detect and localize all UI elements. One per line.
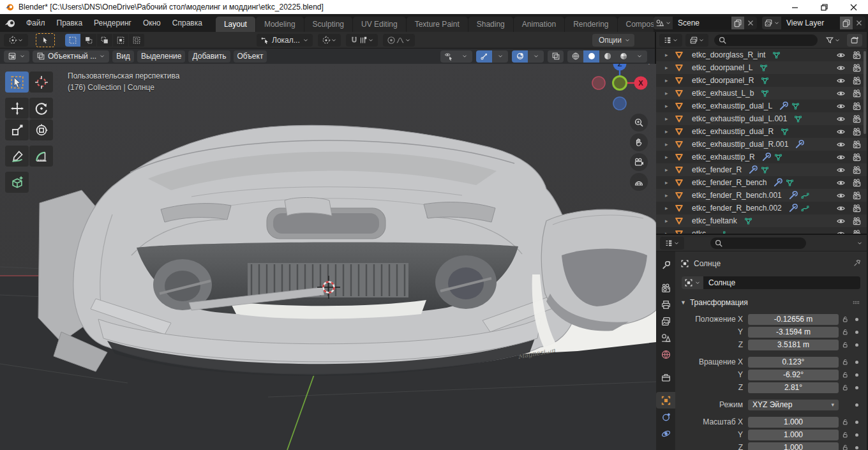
properties-tab-output[interactable]: [656, 296, 675, 313]
workspace-tab-uv-editing[interactable]: UV Editing: [353, 17, 406, 32]
transform-value-field[interactable]: -0.12656 m: [748, 314, 839, 325]
select-mode-extend[interactable]: [81, 34, 96, 47]
hide-in-viewport-icon[interactable]: [836, 50, 846, 60]
hide-in-viewport-icon[interactable]: [836, 76, 846, 86]
shading-chevron[interactable]: [631, 50, 647, 63]
options-dropdown[interactable]: Опции: [592, 34, 634, 47]
panel-grip-icon[interactable]: [851, 298, 860, 307]
viewport-menu-Объект[interactable]: Объект: [234, 50, 267, 63]
new-scene-icon[interactable]: [731, 17, 744, 29]
select-mode-subtract[interactable]: [97, 34, 112, 47]
object-name[interactable]: etkc_fender_R_bench.002: [692, 204, 782, 213]
view-layer-icon[interactable]: [762, 17, 781, 29]
tool-rotate[interactable]: [29, 98, 53, 119]
tool-measure[interactable]: [29, 146, 53, 167]
object-name[interactable]: etkc_fender_R_bench: [692, 178, 767, 187]
new-view-layer-icon[interactable]: [840, 17, 853, 29]
workspace-tab-texture-paint[interactable]: Texture Paint: [407, 17, 468, 32]
disable-in-renders-icon[interactable]: [852, 204, 862, 213]
proportional-editing-controls[interactable]: [383, 34, 415, 47]
disable-in-renders-icon[interactable]: [852, 140, 862, 149]
transform-value-field[interactable]: 1.000: [748, 442, 839, 450]
menu-Справка[interactable]: Справка: [167, 14, 208, 32]
gizmo-axis-z-negative[interactable]: [613, 97, 626, 110]
hide-in-viewport-icon[interactable]: [836, 204, 846, 213]
remove-view-layer-icon[interactable]: [853, 17, 865, 29]
transform-value-field[interactable]: -3.1594 m: [748, 327, 839, 338]
object-name[interactable]: etkc_doorglass_R_int: [692, 50, 765, 59]
transform-value-field[interactable]: -6.92°: [748, 370, 839, 380]
outliner-item[interactable]: ▸ etkc_exhausttip_dual_L.001: [656, 112, 867, 125]
tool-annotate[interactable]: [5, 146, 29, 167]
workspace-tab-compositing[interactable]: Compositing: [618, 17, 654, 32]
select-mode-intersect[interactable]: [129, 34, 144, 47]
view-layer-name[interactable]: View Layer: [781, 17, 840, 29]
gizmo-axis-y-negative[interactable]: [613, 77, 627, 90]
disable-in-renders-icon[interactable]: [852, 127, 862, 137]
disable-in-renders-icon[interactable]: [852, 50, 862, 60]
xray-toggle[interactable]: [548, 50, 564, 63]
animate-dot[interactable]: [851, 403, 862, 407]
snap-magnet-icon[interactable]: [350, 36, 359, 45]
scene-icon[interactable]: [654, 17, 673, 29]
animate-dot[interactable]: [851, 373, 862, 377]
disable-in-renders-icon[interactable]: [852, 63, 862, 73]
disclosure-triangle-icon[interactable]: ▸: [665, 90, 674, 96]
properties-options-chevron[interactable]: [857, 240, 863, 246]
show-gizmo-chevron[interactable]: [456, 50, 472, 63]
disclosure-triangle-icon[interactable]: ▸: [665, 230, 674, 234]
overlays-chevron[interactable]: [528, 50, 544, 63]
scene-selector[interactable]: Scene: [654, 17, 757, 29]
animate-dot[interactable]: [851, 421, 862, 424]
outliner-item[interactable]: ▸ etkc_exhausttip_dual_R.001: [656, 138, 867, 151]
disclosure-triangle-icon[interactable]: ▸: [665, 116, 674, 122]
transform-value-field[interactable]: 0.123°: [748, 357, 839, 368]
tool-transform[interactable]: [29, 119, 53, 140]
camera-view-button[interactable]: [630, 153, 648, 171]
lock-icon[interactable]: [839, 371, 851, 379]
hide-in-viewport-icon[interactable]: [836, 153, 846, 162]
minimize-button[interactable]: [780, 0, 809, 14]
hide-in-viewport-icon[interactable]: [836, 165, 846, 175]
object-name[interactable]: etkc_exhausttip_R: [692, 153, 755, 161]
viewport-menu-Выделение[interactable]: Выделение: [137, 50, 186, 63]
object-name[interactable]: etkc_doorpanel_R: [692, 76, 754, 85]
hide-in-viewport-icon[interactable]: [836, 140, 846, 149]
object-name[interactable]: etkc_fueltank: [692, 216, 737, 225]
lock-icon[interactable]: [839, 444, 851, 450]
transform-value-field[interactable]: 1.000: [748, 430, 839, 440]
workspace-tab-modeling[interactable]: Modeling: [256, 17, 304, 32]
outliner-item[interactable]: ▸ etkc_exhaust_L_b: [656, 87, 867, 100]
viewport-scene[interactable]: 20" 5spoke for RaceTA Magnesium: [0, 64, 656, 450]
outliner-filter-dropdown[interactable]: [822, 34, 844, 47]
lock-icon[interactable]: [839, 358, 851, 366]
hide-in-viewport-icon[interactable]: [836, 229, 846, 234]
animate-dot[interactable]: [851, 433, 862, 437]
outliner-item[interactable]: ▸ etkc_: [656, 227, 867, 234]
select-mode-invert[interactable]: [113, 34, 128, 47]
breadcrumb-object-name[interactable]: Солнце: [694, 259, 721, 268]
object-name[interactable]: etkc_exhausttip_dual_R: [692, 127, 774, 136]
active-tool-icon[interactable]: [36, 33, 55, 47]
animate-dot[interactable]: [851, 318, 862, 321]
hide-in-viewport-icon[interactable]: [836, 127, 846, 137]
outliner-item[interactable]: ▸ etkc_doorpanel_L: [656, 61, 867, 74]
disable-in-renders-icon[interactable]: [852, 191, 862, 200]
tool-move[interactable]: [5, 98, 29, 119]
transform-value-field[interactable]: XYZ Эйлер▾: [748, 400, 839, 410]
menu-Рендеринг[interactable]: Рендеринг: [88, 14, 137, 32]
zoom-button[interactable]: [630, 114, 648, 131]
lock-icon[interactable]: [839, 418, 851, 426]
animate-dot[interactable]: [851, 343, 862, 347]
hide-in-viewport-icon[interactable]: [836, 63, 846, 73]
view-layer-selector[interactable]: View Layer: [762, 17, 865, 29]
pan-hand-button[interactable]: [630, 133, 648, 151]
object-name-input[interactable]: Солнце: [703, 276, 860, 289]
detached-fender-part[interactable]: [541, 209, 656, 331]
outliner-display-mode-dropdown[interactable]: [659, 34, 682, 47]
disable-in-renders-icon[interactable]: [852, 178, 862, 188]
disclosure-triangle-icon[interactable]: ▸: [665, 205, 674, 211]
disable-in-renders-icon[interactable]: [852, 229, 862, 234]
properties-tab-collection[interactable]: [656, 369, 675, 386]
animate-dot[interactable]: [851, 446, 862, 449]
